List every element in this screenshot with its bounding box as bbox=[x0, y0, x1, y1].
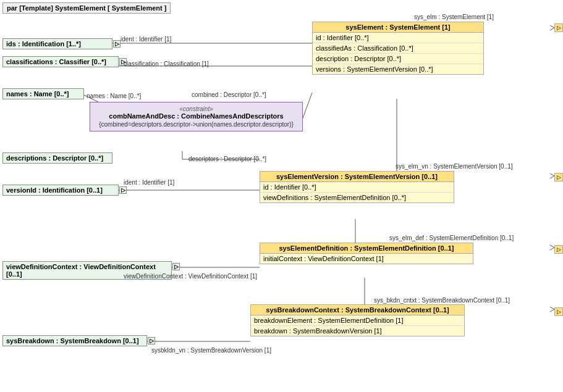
syselementdefinition-title: sysElementDefinition : SystemElementDefi… bbox=[260, 243, 473, 254]
classifications-box: classifications : Classifier [0..*] ▷ bbox=[2, 56, 119, 67]
versionid-box: versionId : Identification [0..1] ▷ bbox=[2, 185, 119, 196]
edge-label-names: names : Name [0..*] bbox=[87, 93, 141, 99]
constraint-name: combNameAndDesc : CombineNamesAndDescrip… bbox=[95, 112, 297, 120]
right-arrow-sysbkdn-cntxt: ▷ bbox=[554, 307, 563, 316]
sysbreakdown-box: sysBreakdown : SystemBreakdown [0..1] ▷ bbox=[2, 335, 147, 346]
right-arrow-syselm: ▷ bbox=[554, 23, 563, 32]
syselement-row-1: id : Identifier [0..*] bbox=[313, 33, 483, 43]
diagram-title: par [Template] SystemElement [ SystemEle… bbox=[2, 2, 171, 14]
constraint-body: {combined=descriptors.descriptor->union(… bbox=[95, 121, 297, 128]
descriptions-box: descriptions : Descriptor [0..*] bbox=[2, 152, 112, 164]
sysbreakdowncontext-row-1: breakdownElement : SystemElementDefiniti… bbox=[251, 315, 464, 326]
syselementversion-title: sysElementVersion : SystemElementVersion… bbox=[260, 172, 454, 182]
syselement-row-3: description : Descriptor [0..*] bbox=[313, 54, 483, 64]
viewdefinitioncontext-arrow: ▷ bbox=[172, 263, 180, 270]
syselementversion-box: sysElementVersion : SystemElementVersion… bbox=[260, 171, 454, 203]
edge-label-viewDefCtx: viewDefinitionContext : ViewDefinitionCo… bbox=[124, 273, 257, 280]
constraint-stereotype: «constraint» bbox=[95, 106, 297, 112]
syselement-row-4: versions : SystemElementVersion [0..*] bbox=[313, 64, 483, 74]
syselementdefinition-row-1: initialContext : ViewDefinitionContext [… bbox=[260, 254, 473, 264]
edge-label-sysbkldnVn: sysbkldn_vn : SystemBreakdownVersion [1] bbox=[151, 347, 271, 354]
edge-label-identVersionId: ident : Identifier [1] bbox=[124, 179, 174, 186]
edge-label-sysElmDef: sys_elm_def : SystemElementDefinition [0… bbox=[389, 235, 514, 241]
syselement-row-2: classifiedAs : Classification [0..*] bbox=[313, 43, 483, 54]
sysbreakdowncontext-title: sysBreakdownContext : SystemBreakdownCon… bbox=[251, 305, 464, 315]
edge-label-sysElmVn: sys_elm_vn : SystemElementVersion [0..1] bbox=[396, 163, 513, 170]
versionid-label: versionId : Identification [0..1] bbox=[6, 186, 103, 194]
ids-label: ids : Identification [1..*] bbox=[6, 40, 81, 48]
edge-label-descriptors: descriptors : Descriptor [0..*] bbox=[188, 156, 266, 162]
edge-label-combined: combined : Descriptor [0..*] bbox=[192, 91, 266, 98]
ids-arrow: ▷ bbox=[113, 40, 121, 48]
edge-label-sysElm: sys_elm : SystemElement [1] bbox=[414, 14, 494, 20]
sysbreakdown-label: sysBreakdown : SystemBreakdown [0..1] bbox=[6, 337, 139, 344]
names-label: names : Name [0..*] bbox=[6, 90, 69, 98]
diagram: par [Template] SystemElement [ SystemEle… bbox=[0, 0, 563, 392]
sysbreakdown-arrow: ▷ bbox=[148, 337, 155, 344]
syselementdefinition-box: sysElementDefinition : SystemElementDefi… bbox=[260, 243, 473, 264]
classifications-label: classifications : Classifier [0..*] bbox=[6, 58, 106, 65]
syselementversion-row-2: viewDefinitions : SystemElementDefinitio… bbox=[260, 193, 454, 202]
syselement-box: sysElement : SystemElement [1] id : Iden… bbox=[312, 22, 484, 75]
constraint-box: «constraint» combNameAndDesc : CombineNa… bbox=[90, 102, 303, 131]
right-arrow-syselm-vn: ▷ bbox=[554, 173, 563, 181]
sysbreakdowncontext-row-2: breakdown : SystemBreakdownVersion [1] bbox=[251, 326, 464, 336]
syselementversion-row-1: id : Identifier [0..*] bbox=[260, 182, 454, 193]
descriptions-label: descriptions : Descriptor [0..*] bbox=[6, 154, 103, 162]
edge-label-sysBkldnCntxt: sys_bkdn_cntxt : SystemBreakdownContext … bbox=[374, 297, 510, 304]
ids-box: ids : Identification [1..*] ▷ bbox=[2, 38, 112, 49]
names-box: names : Name [0..*] bbox=[2, 88, 84, 99]
versionid-arrow: ▷ bbox=[119, 186, 127, 194]
sysbreakdowncontext-box: sysBreakdownContext : SystemBreakdownCon… bbox=[250, 304, 465, 336]
right-arrow-syselm-def: ▷ bbox=[554, 245, 563, 254]
syselement-title: sysElement : SystemElement [1] bbox=[313, 22, 483, 33]
edge-label-identIds: ident : Identifier [1] bbox=[121, 36, 171, 43]
edge-label-classification: classification : Classification [1] bbox=[124, 60, 209, 67]
